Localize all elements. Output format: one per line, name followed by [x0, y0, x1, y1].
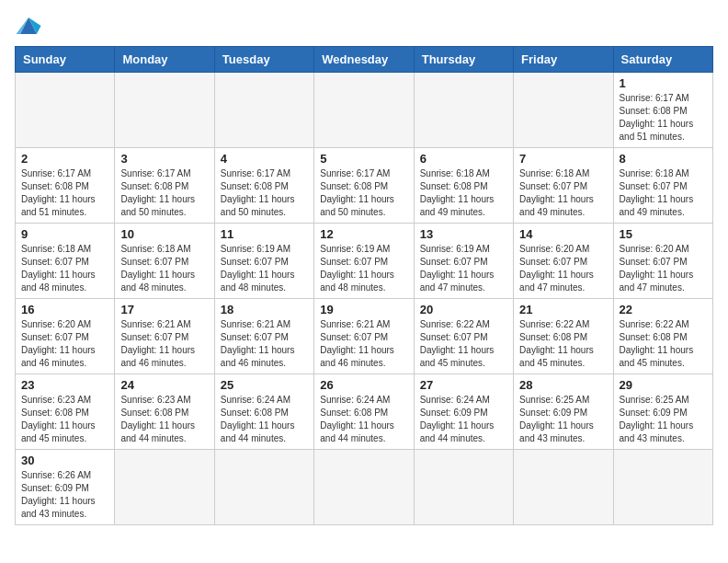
logo — [15, 15, 46, 37]
day-number: 1 — [620, 76, 707, 90]
day-info: Sunrise: 6:21 AM Sunset: 6:07 PM Dayligh… — [320, 318, 407, 370]
calendar-cell: 28Sunrise: 6:25 AM Sunset: 6:09 PM Dayli… — [514, 374, 613, 450]
day-info: Sunrise: 6:17 AM Sunset: 6:08 PM Dayligh… — [221, 167, 308, 219]
calendar-cell: 24Sunrise: 6:23 AM Sunset: 6:08 PM Dayli… — [115, 374, 214, 450]
day-number: 2 — [21, 152, 108, 166]
day-info: Sunrise: 6:22 AM Sunset: 6:07 PM Dayligh… — [420, 318, 507, 370]
day-number: 28 — [519, 378, 607, 392]
day-info: Sunrise: 6:24 AM Sunset: 6:08 PM Dayligh… — [221, 394, 308, 445]
weekday-header-tuesday: Tuesday — [214, 47, 313, 73]
day-info: Sunrise: 6:24 AM Sunset: 6:08 PM Dayligh… — [320, 394, 407, 445]
calendar-cell — [613, 450, 712, 525]
day-info: Sunrise: 6:21 AM Sunset: 6:07 PM Dayligh… — [120, 318, 208, 370]
calendar-cell: 3Sunrise: 6:17 AM Sunset: 6:08 PM Daylig… — [115, 148, 214, 224]
day-number: 24 — [120, 378, 208, 392]
calendar-cell — [115, 450, 214, 525]
calendar-cell — [214, 73, 313, 148]
day-info: Sunrise: 6:24 AM Sunset: 6:09 PM Dayligh… — [420, 394, 507, 445]
day-number: 13 — [420, 227, 507, 241]
calendar-cell — [514, 450, 613, 525]
calendar-cell — [414, 73, 513, 148]
calendar-cell: 23Sunrise: 6:23 AM Sunset: 6:08 PM Dayli… — [16, 374, 115, 450]
calendar-cell: 25Sunrise: 6:24 AM Sunset: 6:08 PM Dayli… — [214, 374, 313, 450]
calendar-cell — [115, 73, 214, 148]
day-number: 15 — [620, 227, 707, 241]
calendar-cell: 7Sunrise: 6:18 AM Sunset: 6:07 PM Daylig… — [514, 148, 613, 224]
day-number: 17 — [120, 303, 208, 316]
calendar-cell: 11Sunrise: 6:19 AM Sunset: 6:07 PM Dayli… — [214, 224, 313, 299]
weekday-header-friday: Friday — [514, 47, 613, 73]
day-info: Sunrise: 6:22 AM Sunset: 6:08 PM Dayligh… — [620, 318, 707, 370]
day-info: Sunrise: 6:25 AM Sunset: 6:09 PM Dayligh… — [519, 394, 607, 445]
day-number: 12 — [320, 227, 407, 241]
day-number: 16 — [21, 303, 108, 316]
calendar-cell — [514, 73, 613, 148]
weekday-header-sunday: Sunday — [16, 47, 115, 73]
calendar-cell: 1Sunrise: 6:17 AM Sunset: 6:08 PM Daylig… — [613, 73, 712, 148]
day-number: 29 — [620, 378, 707, 392]
calendar-cell: 15Sunrise: 6:20 AM Sunset: 6:07 PM Dayli… — [613, 224, 712, 299]
calendar-week-4: 16Sunrise: 6:20 AM Sunset: 6:07 PM Dayli… — [16, 299, 713, 374]
weekday-row: SundayMondayTuesdayWednesdayThursdayFrid… — [16, 47, 713, 73]
calendar-week-3: 9Sunrise: 6:18 AM Sunset: 6:07 PM Daylig… — [16, 224, 713, 299]
day-info: Sunrise: 6:20 AM Sunset: 6:07 PM Dayligh… — [21, 318, 108, 370]
weekday-header-wednesday: Wednesday — [314, 47, 414, 73]
calendar-week-2: 2Sunrise: 6:17 AM Sunset: 6:08 PM Daylig… — [16, 148, 713, 224]
calendar-cell: 29Sunrise: 6:25 AM Sunset: 6:09 PM Dayli… — [613, 374, 712, 450]
calendar-cell: 18Sunrise: 6:21 AM Sunset: 6:07 PM Dayli… — [214, 299, 313, 374]
day-number: 9 — [21, 227, 108, 241]
day-info: Sunrise: 6:17 AM Sunset: 6:08 PM Dayligh… — [620, 92, 707, 144]
calendar-cell: 17Sunrise: 6:21 AM Sunset: 6:07 PM Dayli… — [115, 299, 214, 374]
day-number: 10 — [120, 227, 208, 241]
calendar-cell: 30Sunrise: 6:26 AM Sunset: 6:09 PM Dayli… — [16, 450, 115, 525]
day-info: Sunrise: 6:19 AM Sunset: 6:07 PM Dayligh… — [221, 243, 308, 294]
calendar-cell: 27Sunrise: 6:24 AM Sunset: 6:09 PM Dayli… — [414, 374, 513, 450]
page-header — [15, 15, 713, 37]
calendar-cell: 14Sunrise: 6:20 AM Sunset: 6:07 PM Dayli… — [514, 224, 613, 299]
day-number: 26 — [320, 378, 407, 392]
day-info: Sunrise: 6:17 AM Sunset: 6:08 PM Dayligh… — [21, 167, 108, 219]
calendar-header: SundayMondayTuesdayWednesdayThursdayFrid… — [16, 47, 713, 73]
day-info: Sunrise: 6:22 AM Sunset: 6:08 PM Dayligh… — [519, 318, 607, 370]
calendar-cell: 26Sunrise: 6:24 AM Sunset: 6:08 PM Dayli… — [314, 374, 414, 450]
day-info: Sunrise: 6:18 AM Sunset: 6:07 PM Dayligh… — [120, 243, 208, 294]
day-info: Sunrise: 6:23 AM Sunset: 6:08 PM Dayligh… — [21, 394, 108, 445]
day-number: 5 — [320, 152, 407, 166]
day-number: 23 — [21, 378, 108, 392]
day-number: 14 — [519, 227, 607, 241]
day-info: Sunrise: 6:18 AM Sunset: 6:07 PM Dayligh… — [21, 243, 108, 294]
calendar-cell: 9Sunrise: 6:18 AM Sunset: 6:07 PM Daylig… — [16, 224, 115, 299]
calendar-week-1: 1Sunrise: 6:17 AM Sunset: 6:08 PM Daylig… — [16, 73, 713, 148]
calendar-cell: 4Sunrise: 6:17 AM Sunset: 6:08 PM Daylig… — [214, 148, 313, 224]
day-number: 25 — [221, 378, 308, 392]
calendar-cell: 16Sunrise: 6:20 AM Sunset: 6:07 PM Dayli… — [16, 299, 115, 374]
calendar-cell: 10Sunrise: 6:18 AM Sunset: 6:07 PM Dayli… — [115, 224, 214, 299]
weekday-header-monday: Monday — [115, 47, 214, 73]
calendar-cell: 21Sunrise: 6:22 AM Sunset: 6:08 PM Dayli… — [514, 299, 613, 374]
logo-icon — [15, 15, 42, 37]
calendar-cell: 2Sunrise: 6:17 AM Sunset: 6:08 PM Daylig… — [16, 148, 115, 224]
calendar-week-6: 30Sunrise: 6:26 AM Sunset: 6:09 PM Dayli… — [16, 450, 713, 525]
day-number: 8 — [620, 152, 707, 166]
day-number: 6 — [420, 152, 507, 166]
day-info: Sunrise: 6:19 AM Sunset: 6:07 PM Dayligh… — [420, 243, 507, 294]
calendar-cell: 6Sunrise: 6:18 AM Sunset: 6:08 PM Daylig… — [414, 148, 513, 224]
day-info: Sunrise: 6:17 AM Sunset: 6:08 PM Dayligh… — [120, 167, 208, 219]
day-info: Sunrise: 6:21 AM Sunset: 6:07 PM Dayligh… — [221, 318, 308, 370]
day-info: Sunrise: 6:20 AM Sunset: 6:07 PM Dayligh… — [519, 243, 607, 294]
calendar-cell — [314, 73, 414, 148]
day-number: 11 — [221, 227, 308, 241]
weekday-header-thursday: Thursday — [414, 47, 513, 73]
day-number: 19 — [320, 303, 407, 316]
day-number: 20 — [420, 303, 507, 316]
day-number: 27 — [420, 378, 507, 392]
calendar-cell: 12Sunrise: 6:19 AM Sunset: 6:07 PM Dayli… — [314, 224, 414, 299]
day-number: 30 — [21, 454, 108, 467]
day-number: 18 — [221, 303, 308, 316]
calendar-cell: 20Sunrise: 6:22 AM Sunset: 6:07 PM Dayli… — [414, 299, 513, 374]
calendar-cell — [314, 450, 414, 525]
calendar-cell: 22Sunrise: 6:22 AM Sunset: 6:08 PM Dayli… — [613, 299, 712, 374]
day-info: Sunrise: 6:23 AM Sunset: 6:08 PM Dayligh… — [120, 394, 208, 445]
calendar-cell — [414, 450, 513, 525]
day-number: 22 — [620, 303, 707, 316]
